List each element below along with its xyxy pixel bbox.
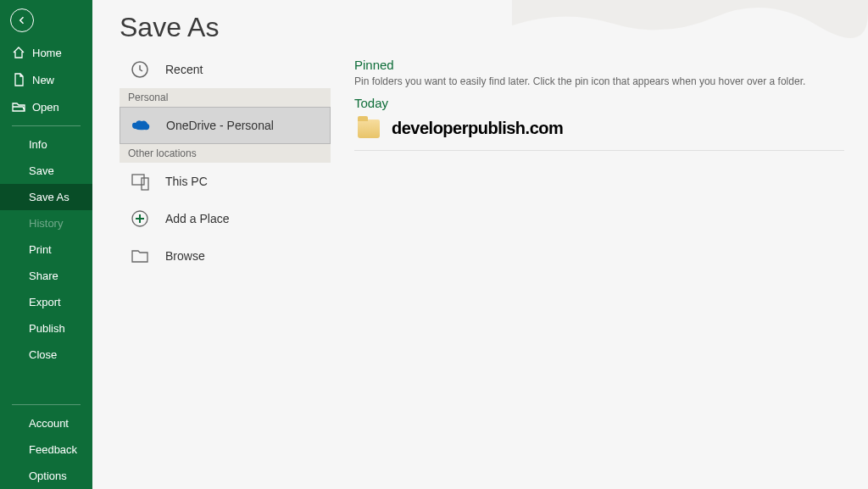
nav-info[interactable]: Info (0, 131, 92, 158)
divider (354, 150, 844, 151)
pinned-description: Pin folders you want to easily find late… (354, 75, 844, 87)
nav-history[interactable]: History (0, 210, 92, 236)
nav-save-as[interactable]: Save As (0, 184, 92, 210)
location-label: OneDrive - Personal (166, 119, 274, 132)
nav-feedback[interactable]: Feedback (0, 436, 92, 463)
document-icon (12, 73, 25, 86)
location-label: Recent (165, 63, 203, 76)
location-browse[interactable]: Browse (120, 237, 331, 275)
nav-new[interactable]: New (0, 66, 92, 93)
page-title: Save As (120, 12, 219, 43)
backstage-sidebar: Home New Open Info Save Save As History … (0, 0, 92, 489)
nav-label: Open (32, 101, 59, 114)
location-recent[interactable]: Recent (120, 51, 331, 88)
locations-panel: Recent Personal OneDrive - Personal Othe… (92, 0, 331, 489)
location-onedrive[interactable]: OneDrive - Personal (120, 107, 331, 144)
nav-home[interactable]: Home (0, 39, 92, 66)
nav-print[interactable]: Print (0, 236, 92, 263)
folder-open-icon (12, 100, 25, 114)
add-place-icon (130, 208, 150, 229)
nav-options[interactable]: Options (0, 463, 92, 489)
folder-icon (358, 119, 380, 138)
location-add-place[interactable]: Add a Place (120, 200, 331, 237)
nav-open[interactable]: Open (0, 93, 92, 120)
clock-icon (130, 59, 150, 80)
nav-save[interactable]: Save (0, 158, 92, 184)
divider (12, 125, 81, 126)
today-title: Today (354, 96, 844, 110)
divider (12, 404, 81, 405)
location-label: Add a Place (165, 212, 230, 225)
back-button[interactable] (10, 8, 34, 32)
nav-label: New (32, 74, 54, 86)
svg-rect-1 (132, 175, 144, 185)
home-icon (12, 46, 25, 59)
nav-label: Home (32, 47, 62, 59)
location-label: Browse (165, 249, 205, 263)
section-header-other: Other locations (120, 144, 331, 163)
svg-rect-2 (142, 178, 148, 190)
section-header-personal: Personal (120, 88, 331, 107)
folder-icon (130, 246, 150, 266)
onedrive-icon (131, 115, 151, 136)
nav-export[interactable]: Export (0, 289, 92, 315)
folder-name: developerpublish.com (392, 119, 563, 138)
folder-panel: Pinned Pin folders you want to easily fi… (331, 0, 868, 489)
nav-close[interactable]: Close (0, 342, 92, 368)
pinned-title: Pinned (354, 58, 844, 72)
nav-share[interactable]: Share (0, 263, 92, 289)
nav-publish[interactable]: Publish (0, 315, 92, 342)
pc-icon (130, 171, 150, 192)
nav-account[interactable]: Account (0, 410, 92, 436)
location-this-pc[interactable]: This PC (120, 163, 331, 200)
location-label: This PC (165, 175, 208, 188)
main-content: Save As Recent Personal OneDrive - Perso… (92, 0, 868, 489)
arrow-left-icon (17, 15, 27, 25)
folder-item[interactable]: developerpublish.com (354, 114, 844, 147)
